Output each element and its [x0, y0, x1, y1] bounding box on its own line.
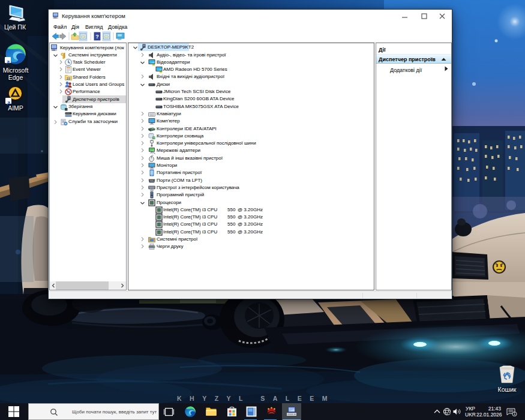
svg-text:KHYZYL SALEEM: KHYZYL SALEEM — [177, 395, 335, 402]
svg-text:1: 1 — [514, 412, 516, 416]
svg-text:22: 22 — [67, 77, 71, 80]
svg-text:?: ? — [95, 34, 99, 40]
